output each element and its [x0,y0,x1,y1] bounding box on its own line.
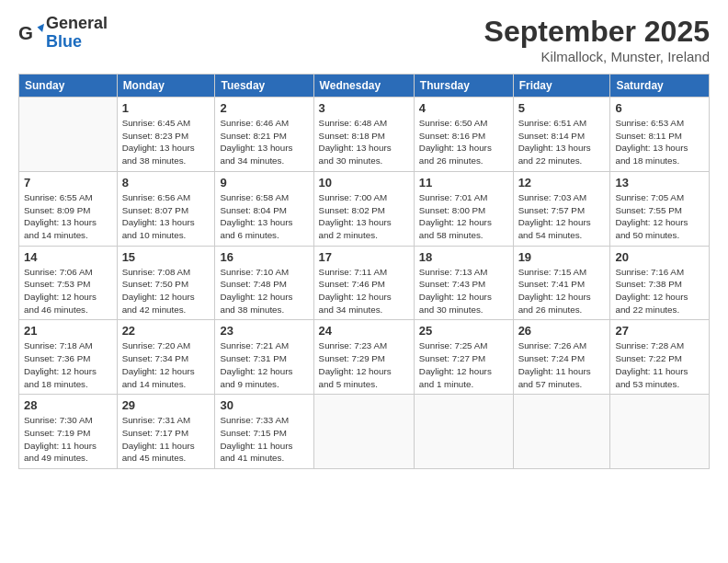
day-number: 21 [24,324,112,338]
table-row: 2Sunrise: 6:46 AM Sunset: 8:21 PM Daylig… [215,98,313,172]
table-row: 26Sunrise: 7:26 AM Sunset: 7:24 PM Dayli… [513,320,610,395]
day-info: Sunrise: 7:01 AM Sunset: 8:00 PM Dayligh… [419,191,508,242]
day-info: Sunrise: 7:10 AM Sunset: 7:48 PM Dayligh… [220,266,308,316]
table-row: 5Sunrise: 6:51 AM Sunset: 8:14 PM Daylig… [513,98,610,172]
day-info: Sunrise: 6:48 AM Sunset: 8:18 PM Dayligh… [319,117,409,167]
table-row: 27Sunrise: 7:28 AM Sunset: 7:22 PM Dayli… [610,320,710,395]
day-number: 5 [518,101,606,115]
table-row: 10Sunrise: 7:00 AM Sunset: 8:02 PM Dayli… [313,171,414,246]
day-info: Sunrise: 7:11 AM Sunset: 7:46 PM Dayligh… [319,266,409,316]
table-row: 4Sunrise: 6:50 AM Sunset: 8:16 PM Daylig… [414,98,513,172]
table-row: 16Sunrise: 7:10 AM Sunset: 7:48 PM Dayli… [215,246,313,320]
logo-blue: Blue [46,33,108,52]
table-row: 24Sunrise: 7:23 AM Sunset: 7:29 PM Dayli… [313,320,414,395]
day-number: 30 [220,398,308,412]
table-row: 23Sunrise: 7:21 AM Sunset: 7:31 PM Dayli… [215,320,313,395]
day-number: 28 [24,398,112,412]
col-sunday: Sunday [19,75,118,98]
day-info: Sunrise: 7:06 AM Sunset: 7:53 PM Dayligh… [24,266,112,316]
day-info: Sunrise: 7:18 AM Sunset: 7:36 PM Dayligh… [24,339,112,390]
table-row: 9Sunrise: 6:58 AM Sunset: 8:04 PM Daylig… [215,171,313,246]
table-row: 29Sunrise: 7:31 AM Sunset: 7:17 PM Dayli… [117,395,215,469]
day-number: 27 [615,324,704,338]
logo-general: General [46,15,108,33]
day-number: 26 [518,324,606,338]
day-number: 15 [122,250,210,264]
day-info: Sunrise: 7:21 AM Sunset: 7:31 PM Dayligh… [220,339,308,390]
table-row: 20Sunrise: 7:16 AM Sunset: 7:38 PM Dayli… [610,246,710,320]
day-info: Sunrise: 6:51 AM Sunset: 8:14 PM Dayligh… [518,117,606,167]
table-row: 17Sunrise: 7:11 AM Sunset: 7:46 PM Dayli… [313,246,414,320]
day-number: 2 [220,101,308,115]
table-row: 14Sunrise: 7:06 AM Sunset: 7:53 PM Dayli… [19,246,118,320]
logo-icon: G [18,20,44,46]
table-row: 28Sunrise: 7:30 AM Sunset: 7:19 PM Dayli… [19,395,118,469]
day-info: Sunrise: 7:31 AM Sunset: 7:17 PM Dayligh… [122,414,210,465]
svg-text:G: G [18,21,33,42]
table-row: 3Sunrise: 6:48 AM Sunset: 8:18 PM Daylig… [313,98,414,172]
day-number: 11 [419,176,508,190]
day-info: Sunrise: 6:56 AM Sunset: 8:07 PM Dayligh… [122,191,210,242]
table-row: 15Sunrise: 7:08 AM Sunset: 7:50 PM Dayli… [117,246,215,320]
day-info: Sunrise: 7:26 AM Sunset: 7:24 PM Dayligh… [518,339,606,390]
table-row: 30Sunrise: 7:33 AM Sunset: 7:15 PM Dayli… [215,395,313,469]
day-number: 1 [122,101,210,115]
table-row: 11Sunrise: 7:01 AM Sunset: 8:00 PM Dayli… [414,171,513,246]
col-thursday: Thursday [414,75,513,98]
col-saturday: Saturday [610,75,710,98]
day-number: 12 [518,176,606,190]
day-number: 23 [220,324,308,338]
day-info: Sunrise: 7:33 AM Sunset: 7:15 PM Dayligh… [220,414,308,465]
day-info: Sunrise: 6:45 AM Sunset: 8:23 PM Dayligh… [122,117,210,167]
day-info: Sunrise: 6:46 AM Sunset: 8:21 PM Dayligh… [220,117,308,167]
table-row: 6Sunrise: 6:53 AM Sunset: 8:11 PM Daylig… [610,98,710,172]
table-row: 7Sunrise: 6:55 AM Sunset: 8:09 PM Daylig… [19,171,118,246]
col-friday: Friday [513,75,610,98]
day-info: Sunrise: 7:16 AM Sunset: 7:38 PM Dayligh… [615,266,704,316]
day-info: Sunrise: 6:50 AM Sunset: 8:16 PM Dayligh… [419,117,508,167]
table-row [19,98,118,172]
day-number: 22 [122,324,210,338]
day-number: 16 [220,250,308,264]
calendar-table: Sunday Monday Tuesday Wednesday Thursday… [18,74,710,469]
day-number: 20 [615,250,704,264]
day-number: 7 [24,176,112,190]
page-header: G General Blue September 2025 Kilmallock… [18,15,710,64]
day-number: 10 [319,176,409,190]
month-title: September 2025 [484,15,710,49]
day-info: Sunrise: 6:58 AM Sunset: 8:04 PM Dayligh… [220,191,308,242]
day-info: Sunrise: 7:03 AM Sunset: 7:57 PM Dayligh… [518,191,606,242]
day-info: Sunrise: 7:08 AM Sunset: 7:50 PM Dayligh… [122,266,210,316]
table-row: 12Sunrise: 7:03 AM Sunset: 7:57 PM Dayli… [513,171,610,246]
day-number: 29 [122,398,210,412]
calendar-header-row: Sunday Monday Tuesday Wednesday Thursday… [19,75,710,98]
day-number: 9 [220,176,308,190]
day-info: Sunrise: 7:13 AM Sunset: 7:43 PM Dayligh… [419,266,508,316]
day-number: 25 [419,324,508,338]
day-info: Sunrise: 7:20 AM Sunset: 7:34 PM Dayligh… [122,339,210,390]
day-number: 13 [615,176,704,190]
logo: G General Blue [18,15,108,52]
col-tuesday: Tuesday [215,75,313,98]
day-number: 17 [319,250,409,264]
day-info: Sunrise: 7:25 AM Sunset: 7:27 PM Dayligh… [419,339,508,390]
table-row [610,395,710,469]
day-info: Sunrise: 7:15 AM Sunset: 7:41 PM Dayligh… [518,266,606,316]
day-number: 6 [615,101,704,115]
table-row: 21Sunrise: 7:18 AM Sunset: 7:36 PM Dayli… [19,320,118,395]
day-number: 3 [319,101,409,115]
day-number: 8 [122,176,210,190]
table-row: 19Sunrise: 7:15 AM Sunset: 7:41 PM Dayli… [513,246,610,320]
table-row: 13Sunrise: 7:05 AM Sunset: 7:55 PM Dayli… [610,171,710,246]
day-info: Sunrise: 7:28 AM Sunset: 7:22 PM Dayligh… [615,339,704,390]
table-row [414,395,513,469]
day-number: 19 [518,250,606,264]
day-info: Sunrise: 7:23 AM Sunset: 7:29 PM Dayligh… [319,339,409,390]
day-info: Sunrise: 6:53 AM Sunset: 8:11 PM Dayligh… [615,117,704,167]
table-row: 25Sunrise: 7:25 AM Sunset: 7:27 PM Dayli… [414,320,513,395]
day-number: 14 [24,250,112,264]
table-row: 1Sunrise: 6:45 AM Sunset: 8:23 PM Daylig… [117,98,215,172]
table-row: 18Sunrise: 7:13 AM Sunset: 7:43 PM Dayli… [414,246,513,320]
day-number: 18 [419,250,508,264]
day-info: Sunrise: 6:55 AM Sunset: 8:09 PM Dayligh… [24,191,112,242]
